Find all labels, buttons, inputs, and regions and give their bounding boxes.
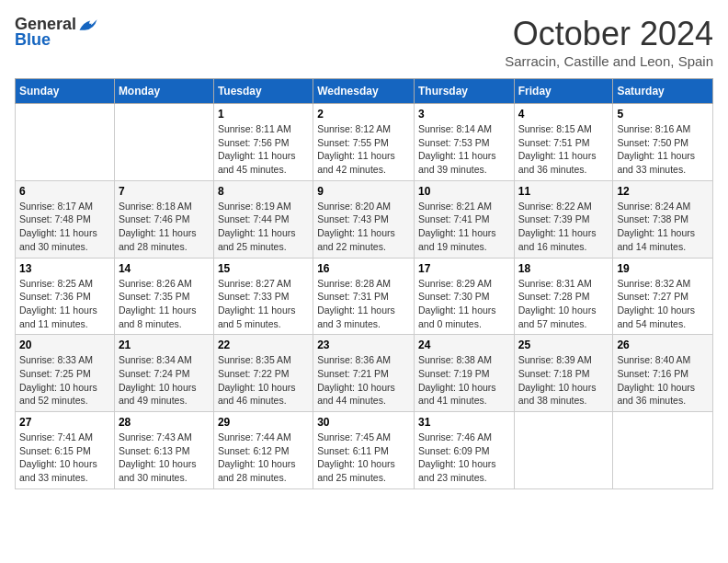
calendar-cell: 7Sunrise: 8:18 AM Sunset: 7:46 PM Daylig… — [114, 180, 213, 258]
calendar-cell: 21Sunrise: 8:34 AM Sunset: 7:24 PM Dayli… — [114, 335, 213, 412]
day-info: Sunrise: 7:45 AM Sunset: 6:11 PM Dayligh… — [317, 431, 410, 485]
day-number: 8 — [218, 185, 309, 198]
day-number: 3 — [418, 108, 510, 121]
calendar-cell: 22Sunrise: 8:35 AM Sunset: 7:22 PM Dayli… — [213, 335, 313, 412]
day-info: Sunrise: 8:34 AM Sunset: 7:24 PM Dayligh… — [119, 353, 210, 408]
calendar-cell: 17Sunrise: 8:29 AM Sunset: 7:30 PM Dayli… — [414, 258, 514, 335]
calendar-cell — [114, 104, 213, 181]
calendar-cell — [16, 104, 115, 181]
weekday-header: Saturday — [613, 79, 713, 104]
day-info: Sunrise: 8:29 AM Sunset: 7:30 PM Dayligh… — [418, 277, 510, 331]
calendar-cell: 2Sunrise: 8:12 AM Sunset: 7:55 PM Daylig… — [313, 104, 415, 181]
calendar-cell: 10Sunrise: 8:21 AM Sunset: 7:41 PM Dayli… — [414, 180, 514, 258]
weekday-header: Thursday — [414, 79, 514, 104]
day-number: 18 — [518, 262, 609, 275]
day-info: Sunrise: 8:39 AM Sunset: 7:18 PM Dayligh… — [518, 353, 609, 408]
day-number: 29 — [218, 416, 309, 429]
calendar-cell: 29Sunrise: 7:44 AM Sunset: 6:12 PM Dayli… — [213, 412, 313, 489]
month-title: October 2024 — [505, 15, 713, 53]
day-number: 23 — [317, 339, 410, 351]
calendar-cell: 30Sunrise: 7:45 AM Sunset: 6:11 PM Dayli… — [313, 412, 415, 489]
day-info: Sunrise: 8:11 AM Sunset: 7:56 PM Dayligh… — [218, 122, 309, 177]
day-number: 11 — [518, 185, 609, 198]
day-info: Sunrise: 8:21 AM Sunset: 7:41 PM Dayligh… — [418, 200, 510, 254]
day-info: Sunrise: 8:19 AM Sunset: 7:44 PM Dayligh… — [218, 200, 309, 254]
day-info: Sunrise: 8:16 AM Sunset: 7:50 PM Dayligh… — [617, 122, 709, 177]
calendar-table: SundayMondayTuesdayWednesdayThursdayFrid… — [15, 78, 713, 489]
day-number: 26 — [617, 339, 709, 351]
location: Sarracin, Castille and Leon, Spain — [505, 53, 713, 69]
day-number: 5 — [617, 108, 709, 121]
day-info: Sunrise: 8:36 AM Sunset: 7:21 PM Dayligh… — [317, 353, 410, 408]
calendar-cell: 6Sunrise: 8:17 AM Sunset: 7:48 PM Daylig… — [16, 180, 115, 258]
calendar-week-row: 13Sunrise: 8:25 AM Sunset: 7:36 PM Dayli… — [16, 258, 713, 335]
day-info: Sunrise: 8:35 AM Sunset: 7:22 PM Dayligh… — [218, 353, 309, 408]
day-number: 10 — [418, 185, 510, 198]
calendar-cell: 24Sunrise: 8:38 AM Sunset: 7:19 PM Dayli… — [414, 335, 514, 412]
day-info: Sunrise: 8:22 AM Sunset: 7:39 PM Dayligh… — [518, 200, 609, 254]
day-info: Sunrise: 8:38 AM Sunset: 7:19 PM Dayligh… — [418, 353, 510, 408]
day-info: Sunrise: 8:25 AM Sunset: 7:36 PM Dayligh… — [19, 277, 110, 331]
day-number: 6 — [19, 185, 110, 198]
logo-blue-text: Blue — [15, 30, 51, 50]
calendar-cell: 15Sunrise: 8:27 AM Sunset: 7:33 PM Dayli… — [213, 258, 313, 335]
day-number: 2 — [317, 108, 410, 121]
day-info: Sunrise: 7:43 AM Sunset: 6:13 PM Dayligh… — [119, 431, 210, 485]
day-number: 16 — [317, 262, 410, 275]
day-number: 15 — [218, 262, 309, 275]
calendar-header: SundayMondayTuesdayWednesdayThursdayFrid… — [16, 79, 713, 104]
day-info: Sunrise: 8:40 AM Sunset: 7:16 PM Dayligh… — [617, 353, 709, 408]
page-header: General Blue October 2024 Sarracin, Cast… — [15, 15, 713, 69]
calendar-cell: 13Sunrise: 8:25 AM Sunset: 7:36 PM Dayli… — [16, 258, 115, 335]
day-number: 21 — [119, 339, 210, 351]
calendar-cell: 1Sunrise: 8:11 AM Sunset: 7:56 PM Daylig… — [213, 104, 313, 181]
calendar-cell: 5Sunrise: 8:16 AM Sunset: 7:50 PM Daylig… — [613, 104, 713, 181]
calendar-cell: 31Sunrise: 7:46 AM Sunset: 6:09 PM Dayli… — [414, 412, 514, 489]
day-info: Sunrise: 8:33 AM Sunset: 7:25 PM Dayligh… — [19, 353, 110, 408]
day-number: 20 — [19, 339, 110, 351]
weekday-header: Wednesday — [313, 79, 415, 104]
day-number: 4 — [518, 108, 609, 121]
day-info: Sunrise: 8:26 AM Sunset: 7:35 PM Dayligh… — [119, 277, 210, 331]
day-info: Sunrise: 8:12 AM Sunset: 7:55 PM Dayligh… — [317, 122, 410, 177]
day-number: 19 — [617, 262, 709, 275]
calendar-week-row: 20Sunrise: 8:33 AM Sunset: 7:25 PM Dayli… — [16, 335, 713, 412]
calendar-cell — [514, 412, 613, 489]
day-number: 17 — [418, 262, 510, 275]
weekday-header: Tuesday — [213, 79, 313, 104]
weekday-header: Sunday — [16, 79, 115, 104]
calendar-week-row: 1Sunrise: 8:11 AM Sunset: 7:56 PM Daylig… — [16, 104, 713, 181]
day-number: 28 — [119, 416, 210, 429]
calendar-cell: 26Sunrise: 8:40 AM Sunset: 7:16 PM Dayli… — [613, 335, 713, 412]
calendar-cell: 20Sunrise: 8:33 AM Sunset: 7:25 PM Dayli… — [16, 335, 115, 412]
calendar-cell: 3Sunrise: 8:14 AM Sunset: 7:53 PM Daylig… — [414, 104, 514, 181]
calendar-cell: 19Sunrise: 8:32 AM Sunset: 7:27 PM Dayli… — [613, 258, 713, 335]
calendar-cell: 28Sunrise: 7:43 AM Sunset: 6:13 PM Dayli… — [114, 412, 213, 489]
day-number: 30 — [317, 416, 410, 429]
title-section: October 2024 Sarracin, Castille and Leon… — [505, 15, 713, 69]
day-info: Sunrise: 8:31 AM Sunset: 7:28 PM Dayligh… — [518, 277, 609, 331]
day-info: Sunrise: 8:27 AM Sunset: 7:33 PM Dayligh… — [218, 277, 309, 331]
day-number: 25 — [518, 339, 609, 351]
day-info: Sunrise: 8:14 AM Sunset: 7:53 PM Dayligh… — [418, 122, 510, 177]
calendar-cell: 9Sunrise: 8:20 AM Sunset: 7:43 PM Daylig… — [313, 180, 415, 258]
calendar-body: 1Sunrise: 8:11 AM Sunset: 7:56 PM Daylig… — [16, 104, 713, 489]
day-number: 9 — [317, 185, 410, 198]
calendar-cell: 23Sunrise: 8:36 AM Sunset: 7:21 PM Dayli… — [313, 335, 415, 412]
day-number: 31 — [418, 416, 510, 429]
day-number: 7 — [119, 185, 210, 198]
day-info: Sunrise: 7:41 AM Sunset: 6:15 PM Dayligh… — [19, 431, 110, 485]
calendar-week-row: 6Sunrise: 8:17 AM Sunset: 7:48 PM Daylig… — [16, 180, 713, 258]
day-number: 12 — [617, 185, 709, 198]
calendar-cell: 27Sunrise: 7:41 AM Sunset: 6:15 PM Dayli… — [16, 412, 115, 489]
weekday-header: Friday — [514, 79, 613, 104]
day-info: Sunrise: 8:15 AM Sunset: 7:51 PM Dayligh… — [518, 122, 609, 177]
calendar-cell: 16Sunrise: 8:28 AM Sunset: 7:31 PM Dayli… — [313, 258, 415, 335]
day-number: 14 — [119, 262, 210, 275]
day-number: 22 — [218, 339, 309, 351]
day-info: Sunrise: 8:20 AM Sunset: 7:43 PM Dayligh… — [317, 200, 410, 254]
weekday-header: Monday — [114, 79, 213, 104]
calendar-cell — [613, 412, 713, 489]
day-info: Sunrise: 7:46 AM Sunset: 6:09 PM Dayligh… — [418, 431, 510, 485]
day-number: 1 — [218, 108, 309, 121]
